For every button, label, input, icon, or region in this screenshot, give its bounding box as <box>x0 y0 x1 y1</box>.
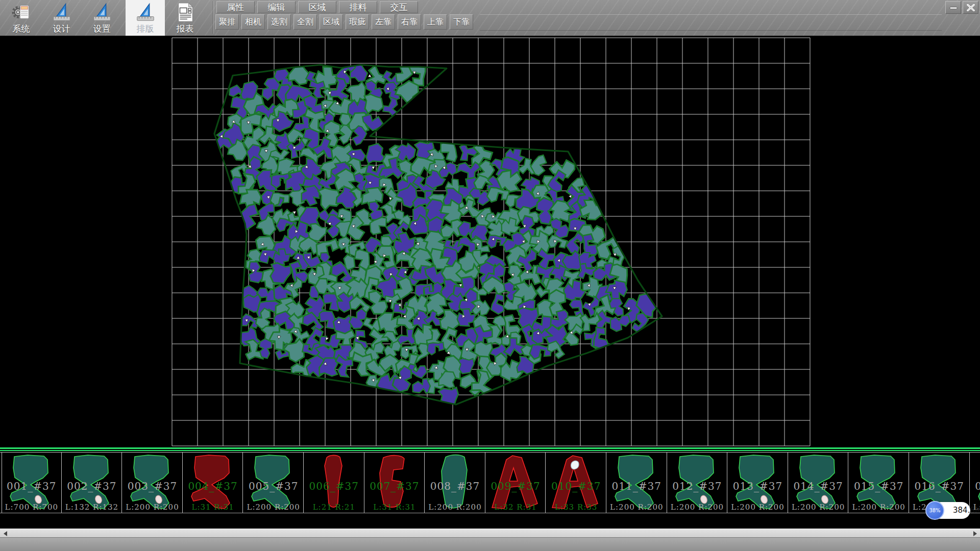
system-icon <box>11 2 32 23</box>
part-id: 016_#37 <box>910 480 969 492</box>
tool-button[interactable]: 上靠 <box>424 14 447 30</box>
mode-button-label: 排版 <box>137 23 154 34</box>
menu-button[interactable]: 排料 <box>339 1 377 13</box>
mode-button-label: 报表 <box>177 23 194 34</box>
part-thumbnail[interactable]: 015_#37L:200 R:200 <box>849 453 909 513</box>
mode-button-label: 系统 <box>13 23 30 34</box>
horizontal-scrollbar[interactable] <box>0 529 980 538</box>
part-thumbnail[interactable]: 004_#37L:31 R:31 <box>183 453 243 513</box>
part-thumbnail[interactable]: 013_#37L:200 R:200 <box>728 453 788 513</box>
part-id: 003_#37 <box>122 480 182 492</box>
parts-strip: 001_#37L:700 R:700002_#37L:132 R:132003_… <box>0 447 980 514</box>
toolbar: 系统设计设置排版报表 属性编辑区域排料交互 聚排相机选割全割区域瑕疵左靠右靠上靠… <box>0 0 980 36</box>
part-lr-count: L:200 R:200 <box>849 503 909 512</box>
strip-border-top <box>0 447 980 449</box>
part-lr-count: L:132 R:132 <box>62 503 122 512</box>
part-id: 004_#37 <box>183 480 243 492</box>
tool-button[interactable]: 右靠 <box>398 14 421 30</box>
part-id: 013_#37 <box>728 480 788 492</box>
part-lr-count: L:200 R:200 <box>122 503 182 512</box>
part-lr-count: L:32 R:31 <box>486 503 546 512</box>
nested-pieces <box>212 59 661 408</box>
part-id: 017_#37 <box>970 480 980 492</box>
progress-badge: 384.8M 38% <box>925 501 970 520</box>
layout-icon <box>135 2 156 23</box>
part-thumbnail[interactable]: 011_#37L:200 R:200 <box>607 453 667 513</box>
part-thumbnail[interactable]: 009_#37L:32 R:31 <box>486 453 546 513</box>
menu-button[interactable]: 属性 <box>216 1 255 13</box>
design-icon <box>51 2 72 23</box>
part-lr-count: L:700 R:700 <box>2 503 61 512</box>
part-thumbnail[interactable]: 010_#37L:33 R:33 <box>546 453 606 513</box>
mode-button-report[interactable]: 报表 <box>165 0 205 36</box>
part-lr-count: L:200 R:200 <box>607 503 667 512</box>
part-thumbnail[interactable]: 008_#37L:200 R:200 <box>425 453 485 513</box>
part-id: 010_#37 <box>546 480 606 492</box>
nesting-canvas-area[interactable] <box>0 36 980 447</box>
nesting-canvas[interactable] <box>0 36 980 447</box>
part-id: 001_#37 <box>2 480 61 492</box>
toolbar-empty-panel <box>480 14 942 31</box>
scroll-right-button[interactable] <box>971 529 979 538</box>
part-thumbnail[interactable]: 014_#37L:200 R:200 <box>789 453 849 513</box>
part-thumbnail[interactable]: 012_#37L:200 R:200 <box>668 453 728 513</box>
close-button[interactable] <box>963 1 978 14</box>
part-thumbnail[interactable]: 017_#37L:200 R:200 <box>970 453 980 513</box>
part-id: 005_#37 <box>243 480 303 492</box>
part-id: 006_#37 <box>304 480 364 492</box>
mode-button-design[interactable]: 设计 <box>42 0 81 36</box>
tool-button[interactable]: 区域 <box>320 14 343 30</box>
part-thumbnail[interactable]: 006_#37L:21 R:21 <box>304 453 364 513</box>
progress-circle: 38% <box>925 501 944 520</box>
minimize-icon <box>949 4 958 11</box>
part-thumbnail[interactable]: 001_#37L:700 R:700 <box>2 453 62 513</box>
menu-row: 属性编辑区域排料交互 <box>216 1 421 13</box>
scroll-left-button[interactable] <box>1 529 9 538</box>
part-lr-count: L:33 R:33 <box>546 503 606 512</box>
part-thumbnail-list: 001_#37L:700 R:700002_#37L:132 R:132003_… <box>0 452 980 513</box>
part-lr-count: L:200 R:200 <box>243 503 303 512</box>
part-id: 011_#37 <box>607 480 667 492</box>
part-thumbnail[interactable]: 003_#37L:200 R:200 <box>122 453 183 513</box>
tool-button[interactable]: 下靠 <box>450 14 473 30</box>
memory-value: 384.8M <box>953 506 980 515</box>
part-lr-count: L:31 R:31 <box>183 503 243 512</box>
scroll-left-icon <box>4 531 7 536</box>
scroll-right-icon <box>973 531 977 536</box>
progress-percent: 38% <box>929 508 940 513</box>
menu-button[interactable]: 编辑 <box>257 1 296 13</box>
tool-button[interactable]: 左靠 <box>372 14 395 30</box>
report-icon <box>175 2 196 23</box>
part-lr-count: L:21 R:21 <box>304 503 364 512</box>
toolbar-divider <box>213 1 214 34</box>
tool-button[interactable]: 聚排 <box>215 14 239 30</box>
mode-button-label: 设计 <box>53 23 70 34</box>
tool-row: 聚排相机选割全割区域瑕疵左靠右靠上靠下靠 <box>215 14 476 30</box>
part-thumbnail[interactable]: 005_#37L:200 R:200 <box>243 453 304 513</box>
status-bar <box>0 537 980 551</box>
part-id: 007_#37 <box>365 480 425 492</box>
part-id: 002_#37 <box>62 480 122 492</box>
tool-button[interactable]: 瑕疵 <box>346 14 369 30</box>
tool-button[interactable]: 选割 <box>267 14 291 30</box>
part-lr-count: L:200 R:200 <box>789 503 848 512</box>
settings-icon <box>91 2 113 23</box>
minimize-button[interactable] <box>945 1 961 14</box>
strip-border-top-2 <box>0 450 980 451</box>
menu-button[interactable]: 区域 <box>298 1 336 13</box>
mode-button-settings[interactable]: 设置 <box>82 0 121 36</box>
mode-button-system[interactable]: 系统 <box>2 0 41 36</box>
part-lr-count: L:200 R:200 <box>728 503 788 512</box>
mode-button-layout[interactable]: 排版 <box>126 0 165 36</box>
part-hole <box>571 461 579 469</box>
part-id: 014_#37 <box>789 480 848 492</box>
tool-button[interactable]: 相机 <box>241 14 265 30</box>
menu-button[interactable]: 交互 <box>380 1 418 13</box>
part-id: 012_#37 <box>668 480 727 492</box>
part-lr-count: L:31 R:31 <box>365 503 425 512</box>
tool-button[interactable]: 全割 <box>293 14 317 30</box>
part-lr-count: L:200 R:200 <box>425 503 485 512</box>
part-thumbnail[interactable]: 007_#37L:31 R:31 <box>365 453 425 513</box>
part-thumbnail[interactable]: 002_#37L:132 R:132 <box>62 453 122 513</box>
part-id: 008_#37 <box>425 480 485 492</box>
